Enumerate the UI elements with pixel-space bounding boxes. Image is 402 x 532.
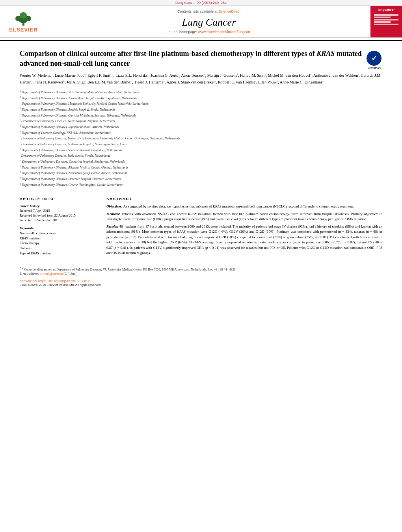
affiliation-j: j Department of Pulmonary Diseases, St A… [20, 141, 382, 147]
journal-title: Lung Cancer [182, 17, 236, 28]
abstract-text: Objectives: As suggested by in-vitro dat… [106, 204, 382, 256]
article-title: Comparison of clinical outcome after fir… [20, 49, 363, 69]
sciencedirect-label: Contents lists available at [177, 9, 218, 13]
doi-link[interactable]: http://dx.doi.org/10.1016/j.lungcan.2015… [20, 279, 382, 283]
citation-bar: Lung Cancer 90 (2015) 249–254 [0, 0, 402, 6]
affiliation-b: b Department of Pulmonary Diseases, Jero… [20, 95, 382, 101]
affiliation-c: c Department of Pulmonary Diseases, Maas… [20, 101, 382, 106]
homepage-link[interactable]: www.elsevier.com/locate/lungcan [198, 30, 250, 34]
footer-section: * * Corresponding author at: Department … [20, 264, 382, 287]
affiliation-n: n Department of Pulmonary Diseases, Alkm… [20, 165, 382, 170]
received-date: Received 7 April 2015 [20, 209, 99, 213]
affiliations-section: a Department of Pulmonary Diseases, VU U… [20, 89, 382, 187]
abstract-results: Results: 464 patients from 17 hospitals,… [106, 224, 382, 256]
authors-section: Wouter W. Mellemaa, Lucie Masen-Poosb, E… [20, 72, 382, 85]
article-history: Received 7 April 2015 Received in revise… [20, 209, 99, 223]
affiliation-h: h Department of Thoracic Oncology, NKI-A… [20, 130, 382, 135]
doi-section: http://dx.doi.org/10.1016/j.lungcan.2015… [20, 279, 382, 287]
affiliation-o: o Department of Pulmonary Diseases, Ziek… [20, 170, 382, 176]
elsevier-logo: ELSEVIER [0, 6, 47, 37]
keyword-1: Non-small cell lung cancer [20, 231, 99, 236]
affiliation-e: e Department of Pulmonary Diseases, Cani… [20, 113, 382, 118]
page: Lung Cancer 90 (2015) 249–254 ELSEVIER C… [0, 0, 402, 532]
affiliation-m: m Department of Pulmonary Diseases, Cath… [20, 159, 382, 164]
journal-header: Lung Cancer 90 (2015) 249–254 ELSEVIER C… [0, 0, 402, 41]
email-link[interactable]: e.f.smit@vumc.nl [40, 272, 63, 276]
footnote-text: * Corresponding author at: Department of… [22, 267, 236, 271]
affiliation-l: l Department of Pulmonary Diseases, Isal… [20, 153, 382, 158]
results-label: Results: [106, 224, 118, 228]
copyright-text: 0169-5002/© 2015 Elsevier Ireland Ltd. A… [20, 283, 382, 287]
affiliation-f: f Department of Pulmonary Diseases, Gelr… [20, 118, 382, 124]
homepage-line: journal homepage: www.elsevier.com/locat… [168, 30, 250, 34]
affiliation-p: p Department of Pulmonary Diseases, Deve… [20, 176, 382, 182]
email-label: E-mail address: [20, 272, 39, 276]
keyword-4: Outcome [20, 246, 99, 251]
article-info-heading: ARTICLE INFO [20, 197, 99, 201]
affiliation-k: k Department of Pulmonary Diseases, Spaa… [20, 147, 382, 153]
accepted-date: Accepted 13 September 2015 [20, 218, 99, 223]
journal-thumbnail: lungcancer [370, 6, 402, 37]
crossmark-label: CrossMark [367, 67, 382, 69]
thumb-line-5 [374, 24, 398, 25]
thumb-line-2 [374, 17, 391, 18]
affiliation-i: i Department of Pulmonary Diseases, Univ… [20, 135, 382, 141]
keyword-5: Type of KRAS mutation [20, 251, 99, 256]
main-content: Comparison of clinical outcome after fir… [0, 41, 402, 295]
methods-label: Methods: [106, 212, 120, 216]
citation-text: Lung Cancer 90 (2015) 249–254 [175, 1, 227, 5]
keyword-2: KRAS mutation [20, 236, 99, 241]
keyword-3: Chemotherapy [20, 241, 99, 246]
thumb-lines [372, 13, 400, 26]
email-person: (E.F. Smit). [63, 272, 78, 276]
thumb-line-3 [374, 19, 398, 20]
abstract-objectives: Objectives: As suggested by in-vitro dat… [106, 204, 382, 209]
thumb-title: lungcancer [378, 8, 395, 12]
history-label: Article history: [20, 204, 99, 208]
sciencedirect-link[interactable]: ScienceDirect [219, 9, 241, 13]
article-title-section: Comparison of clinical outcome after fir… [20, 49, 382, 69]
affiliation-g: g Department of Pulmonary Diseases, Rijn… [20, 124, 382, 130]
right-column: ABSTRACT Objectives: As suggested by in-… [106, 197, 382, 258]
two-column-section: ARTICLE INFO Article history: Received 7… [20, 197, 382, 258]
thumb-line-1 [374, 14, 398, 16]
keywords-label: Keywords: [20, 226, 99, 230]
homepage-label: journal homepage: [168, 30, 197, 34]
footnote: * * Corresponding author at: Department … [20, 266, 382, 276]
elsevier-tree-icon [13, 11, 34, 26]
combined-word: combined [298, 230, 312, 234]
left-column: ARTICLE INFO Article history: Received 7… [20, 197, 99, 258]
affiliation-q: q Department of Pulmonary Diseases, Groe… [20, 182, 382, 187]
crossmark-badge: ✓ CrossMark [367, 51, 382, 67]
top-bar: ELSEVIER Contents lists available at Sci… [0, 6, 402, 38]
abstract-methods: Methods: Patients with advanced NSCLC an… [106, 211, 382, 222]
sciencedirect-line: Contents lists available at ScienceDirec… [177, 9, 240, 13]
svg-point-4 [20, 12, 27, 19]
crossmark-icon: ✓ [367, 51, 382, 66]
revised-date: Received in revised form 22 August 2015 [20, 213, 99, 218]
journal-center: Contents lists available at ScienceDirec… [47, 6, 370, 37]
divider-1 [20, 192, 382, 192]
keywords-list: Non-small cell lung cancer KRAS mutation… [20, 231, 99, 256]
thumb-line-4 [374, 21, 391, 23]
affiliation-a: a Department of Pulmonary Diseases, VU U… [20, 89, 382, 95]
affiliation-d: d Department of Pulmonary Diseases, Amph… [20, 107, 382, 112]
abstract-heading: ABSTRACT [106, 197, 382, 201]
elsevier-label: ELSEVIER [9, 27, 37, 33]
objectives-label: Objectives: [106, 204, 123, 208]
